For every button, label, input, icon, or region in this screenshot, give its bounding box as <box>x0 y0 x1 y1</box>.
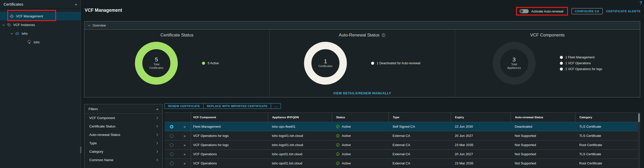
filter-label: VCF Component <box>89 116 115 120</box>
cell-vcf-component: VCF Operations <box>191 150 268 159</box>
auto-renewal-toggle[interactable] <box>520 9 529 13</box>
filters-panel: Filters « VCF Component Certificate Stat… <box>84 104 163 168</box>
donut-value: 3 <box>512 57 515 63</box>
filter-auto-renewal-status[interactable]: Auto-renewal Status <box>84 131 162 139</box>
row-radio[interactable] <box>170 125 173 128</box>
filter-common-name[interactable]: Common Name <box>84 156 162 164</box>
certificate-alerts-button[interactable]: CERTIFICATE ALERTS <box>606 10 640 13</box>
cell-status: Active <box>342 152 351 156</box>
certificate-status-donut: 5 Total Certificates <box>135 42 178 85</box>
filters-title: Filters <box>89 107 98 111</box>
cell-type: External CA <box>388 161 451 165</box>
cell-expiry: 20 Jun 2027 <box>451 134 511 138</box>
table-row[interactable]: » Fleet Management tshc-ops-fleet01 Acti… <box>165 122 640 131</box>
row-expand-icon[interactable]: » <box>184 134 186 138</box>
column-header-appliance[interactable]: Appliance IP/FQDN <box>268 113 332 122</box>
configure-ca-button[interactable]: CONFIGURE CA <box>572 8 603 14</box>
donut-value: 5 <box>155 57 158 63</box>
help-icon[interactable]: ? <box>640 1 642 6</box>
sidebar-header: Certificates « <box>0 0 81 8</box>
cell-auto-renewal: Not Supported <box>511 134 575 138</box>
donut-caption: Total <box>154 63 159 66</box>
chevron-down-icon[interactable] <box>11 32 13 34</box>
column-header-type[interactable]: Type <box>388 113 451 122</box>
cell-auto-renewal: Not Supported <box>511 152 575 156</box>
cell-type: Self Signed CA <box>388 125 451 128</box>
view-details-renew-link[interactable]: VIEW DETAILS/RENEW MANUALLY <box>270 92 454 95</box>
chevron-right-icon <box>156 142 158 145</box>
renew-certificate-button[interactable]: RENEW CERTIFICATE <box>165 103 204 109</box>
column-header-category[interactable]: Category <box>575 113 640 122</box>
cell-category: TLS Certificate <box>575 125 640 128</box>
certificate-status-legend: 5 Active <box>202 61 219 65</box>
status-active-icon <box>336 161 340 165</box>
info-icon[interactable] <box>382 33 386 37</box>
status-active-icon <box>336 143 340 147</box>
row-expand-icon[interactable]: » <box>184 143 186 147</box>
donut-caption: Total <box>511 63 517 66</box>
page-title: VCF Management <box>85 8 122 13</box>
row-radio[interactable] <box>170 134 173 138</box>
replace-with-imported-certificate-button[interactable]: REPLACE WITH IMPORTED CERTIFICATE <box>204 103 271 109</box>
table-scrollbar[interactable] <box>638 113 640 168</box>
column-header-status[interactable]: Status <box>332 113 388 122</box>
cell-type: External CA <box>388 143 451 147</box>
legend-item: 1 Deactivated for Auto-renewal <box>371 61 420 65</box>
chevron-down-icon <box>88 24 91 26</box>
sidebar-collapse-icon[interactable]: « <box>75 2 77 6</box>
tree-item-vcf-instances[interactable]: VCF Instances <box>0 20 81 29</box>
chevron-right-icon <box>156 117 158 119</box>
table-row[interactable]: » VCF Operations tshc-ops01.tsh.cloud Ac… <box>165 159 640 168</box>
cell-appliance: tshc-ops-fleet01 <box>268 125 332 128</box>
sidebar-resize-handle[interactable] <box>80 147 81 153</box>
header-controls: Activate Auto-renewal CONFIGURE CA CERTI… <box>516 7 640 16</box>
donut-caption: Appliances <box>507 66 521 70</box>
filter-label: Auto-renewal Status <box>89 133 120 137</box>
sidebar: Certificates « VCF Management <box>0 0 81 168</box>
column-header-expiry[interactable]: Expiry <box>451 113 511 122</box>
donut-caption: Certificates <box>149 66 163 70</box>
status-active-icon <box>336 134 340 138</box>
cell-auto-renewal: Not Supported <box>511 143 575 147</box>
table-row[interactable]: » VCF Operations for logs tshc-logs01.ts… <box>165 131 640 140</box>
row-radio[interactable] <box>170 143 173 147</box>
auto-renewal-status-title: Auto-Renewal Status <box>339 33 380 38</box>
filter-vcf-component[interactable]: VCF Component <box>84 114 162 122</box>
cell-expiry: 22 Jun 2030 <box>451 125 511 128</box>
overview-section-header[interactable]: Overview <box>84 21 640 30</box>
tree-item-tshc-child[interactable]: tshc <box>0 38 81 46</box>
row-radio[interactable] <box>170 162 173 165</box>
tree-item-tshc[interactable]: tshc <box>0 29 81 38</box>
column-header-vcf-component[interactable]: VCF Component <box>191 113 268 122</box>
row-expand-icon[interactable]: » <box>184 152 186 156</box>
cell-type: External CA <box>388 134 451 138</box>
filter-certificate-status[interactable]: Certificate Status <box>84 122 162 131</box>
row-expand-icon[interactable]: » <box>184 161 186 165</box>
cell-category: Root Certificate <box>575 143 640 147</box>
filters-header: Filters « <box>84 104 162 114</box>
cell-category: TLS Certificate <box>575 134 640 138</box>
overview-body: Certificate Status 5 Total Certificates … <box>84 30 640 97</box>
column-header-auto-renewal[interactable]: Auto-renewal Status <box>511 113 575 122</box>
row-radio[interactable] <box>170 152 173 156</box>
cloud-icon <box>15 31 19 36</box>
tree-item-vcf-management[interactable]: VCF Management <box>0 12 81 20</box>
legend-dot <box>560 56 563 59</box>
sidebar-title: Certificates <box>4 2 23 6</box>
scrollbar-thumb[interactable] <box>638 113 640 122</box>
table-row[interactable]: » VCF Operations tshc-ops01.tsh.cloud Ac… <box>165 149 640 159</box>
cell-appliance: tshc-ops01.tsh.cloud <box>268 161 332 165</box>
table-row[interactable]: » VCF Operations for logs tshc-logs01.ts… <box>165 140 640 149</box>
filter-category[interactable]: Category <box>84 147 162 156</box>
filter-type[interactable]: Type <box>84 139 162 147</box>
certificates-table: VCF Component Appliance IP/FQDN Status T… <box>165 112 640 168</box>
filters-collapse-icon[interactable]: « <box>156 107 158 111</box>
cell-vcf-component: VCF Operations <box>191 159 268 168</box>
chevron-right-icon <box>156 125 158 128</box>
row-expand-icon[interactable]: » <box>184 124 186 129</box>
more-actions-button[interactable]: ... <box>271 103 281 109</box>
cell-auto-renewal: Not Supported <box>511 161 575 165</box>
cell-appliance: tshc-logs01.tsh.cloud <box>268 143 332 147</box>
cell-status: Active <box>342 143 351 147</box>
chevron-down-icon[interactable] <box>3 23 5 26</box>
